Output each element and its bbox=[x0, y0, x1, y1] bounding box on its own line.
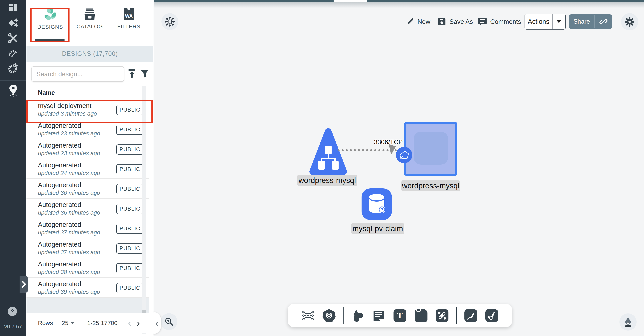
shapes-icon bbox=[352, 309, 364, 322]
comments-label: Comments bbox=[490, 18, 521, 25]
page-prev-button[interactable]: ‹ bbox=[127, 320, 132, 326]
designs-count-header: DESIGNS (17,700) bbox=[26, 46, 154, 62]
pagination-range: 1-25 17700 bbox=[87, 319, 118, 326]
design-updated: updated 23 minutes ago bbox=[38, 130, 100, 137]
sidebar-expand-button[interactable] bbox=[20, 276, 28, 293]
actions-button[interactable]: Actions bbox=[524, 14, 566, 30]
comment-icon bbox=[373, 310, 385, 321]
pencil-icon bbox=[406, 17, 414, 26]
shapes-tool[interactable] bbox=[351, 309, 365, 322]
canvas-settings-button[interactable] bbox=[621, 13, 638, 30]
actions-dropdown-button[interactable] bbox=[552, 20, 565, 23]
design-updated: updated 36 minutes ago bbox=[38, 209, 100, 216]
toolbar-divider bbox=[456, 307, 457, 324]
comment-tool[interactable] bbox=[372, 309, 386, 322]
new-design-button[interactable]: New bbox=[406, 15, 430, 29]
chain-icon bbox=[436, 309, 448, 322]
node-persistent-volume-claim[interactable]: ? bbox=[362, 188, 392, 220]
visibility-badge: PUBLIC bbox=[116, 263, 144, 273]
design-row[interactable]: Autogenerated updated 23 minutes ago PUB… bbox=[26, 119, 149, 139]
extensions-icon[interactable] bbox=[0, 63, 26, 74]
list-footer-spacer bbox=[26, 298, 149, 313]
visibility-badge: PUBLIC bbox=[116, 224, 144, 234]
note-tool[interactable] bbox=[414, 309, 428, 322]
design-name: mysql-deployment bbox=[38, 102, 92, 110]
visibility-badge: PUBLIC bbox=[116, 164, 144, 175]
filter-list-button[interactable] bbox=[139, 68, 150, 80]
node-kubernetes-service[interactable] bbox=[309, 128, 347, 178]
component-tool[interactable] bbox=[301, 309, 315, 322]
link-icon bbox=[600, 18, 608, 26]
page-next-button[interactable]: › bbox=[136, 320, 141, 326]
save-icon bbox=[438, 17, 446, 26]
design-canvas[interactable]: New Save As Comments Actions bbox=[154, 0, 644, 336]
design-row[interactable]: Autogenerated updated 36 minutes ago PUB… bbox=[26, 199, 149, 218]
node-label-pvc[interactable]: mysql-pv-claim bbox=[351, 223, 404, 234]
design-name: Autogenerated bbox=[38, 161, 81, 169]
share-button[interactable]: Share bbox=[569, 15, 612, 29]
design-mode-indicator[interactable] bbox=[620, 313, 636, 330]
new-label: New bbox=[418, 18, 430, 25]
tab-catalog[interactable]: CATALOG bbox=[73, 8, 107, 40]
lifecycle-gears-icon[interactable] bbox=[0, 18, 26, 28]
comments-button[interactable]: Comments bbox=[478, 15, 521, 29]
kanvas-pin-icon[interactable] bbox=[0, 84, 26, 97]
design-name: Autogenerated bbox=[38, 181, 81, 189]
tab-filters-label: FILTERS bbox=[117, 24, 140, 30]
catalog-drawer-icon bbox=[84, 8, 96, 21]
freehand-draw-tool[interactable] bbox=[485, 309, 499, 322]
edge-draw-tool[interactable] bbox=[464, 309, 478, 322]
help-icon[interactable]: ? bbox=[8, 307, 17, 316]
design-row[interactable]: Autogenerated updated 37 minutes ago PUB… bbox=[26, 218, 149, 238]
rows-per-page-value: 25 bbox=[62, 319, 68, 326]
panel-collapse-button[interactable]: ‹ bbox=[152, 312, 161, 334]
pen-nib-icon bbox=[624, 317, 632, 327]
design-updated: updated 37 minutes ago bbox=[38, 249, 100, 256]
save-as-button[interactable]: Save As bbox=[438, 15, 473, 29]
performance-gauge-icon[interactable] bbox=[0, 48, 26, 57]
configuration-wrenches-icon[interactable] bbox=[0, 33, 26, 44]
design-row[interactable]: mysql-deployment updated 3 minutes ago P… bbox=[26, 100, 149, 119]
copy-link-button[interactable] bbox=[595, 18, 612, 26]
design-updated: updated 24 minutes ago bbox=[38, 170, 100, 177]
rows-per-page-label: Rows bbox=[38, 319, 53, 326]
design-name: Autogenerated bbox=[38, 221, 81, 228]
tab-filters[interactable]: WA FILTERS bbox=[112, 8, 146, 40]
visibility-badge: PUBLIC bbox=[116, 125, 144, 135]
link-tool[interactable] bbox=[435, 309, 449, 322]
text-tool[interactable]: T bbox=[393, 309, 407, 322]
zoom-in-button[interactable] bbox=[160, 313, 178, 330]
edge-endpoint-badge[interactable] bbox=[396, 147, 412, 163]
search-input[interactable] bbox=[32, 70, 120, 78]
arrow-pen-icon bbox=[464, 309, 477, 322]
zoom-in-icon bbox=[164, 317, 174, 326]
save-as-label: Save As bbox=[450, 18, 473, 25]
design-row[interactable]: Autogenerated updated 38 minutes ago PUB… bbox=[26, 258, 149, 278]
kubernetes-tool[interactable] bbox=[322, 309, 336, 322]
node-kubernetes-deployment[interactable] bbox=[404, 122, 457, 176]
deployment-inner-shape bbox=[414, 132, 448, 164]
design-row[interactable]: Autogenerated updated 23 minutes ago PUB… bbox=[26, 139, 149, 159]
dashboard-icon[interactable] bbox=[0, 3, 26, 13]
design-updated: updated 37 minutes ago bbox=[38, 229, 100, 236]
upload-icon bbox=[127, 69, 136, 79]
visibility-badge: PUBLIC bbox=[116, 184, 144, 194]
design-updated: updated 39 minutes ago bbox=[38, 289, 100, 295]
design-row[interactable]: Autogenerated updated 39 minutes ago PUB… bbox=[26, 278, 149, 298]
upload-design-button[interactable] bbox=[126, 68, 138, 80]
pentagon-icon bbox=[399, 150, 409, 160]
tab-designs[interactable]: DESIGNS bbox=[33, 8, 67, 40]
node-label-service[interactable]: wordpress-mysql bbox=[297, 175, 357, 186]
wasm-filter-icon: WA bbox=[123, 8, 134, 21]
rows-per-page-select[interactable]: 25 bbox=[62, 319, 75, 326]
design-name: Autogenerated bbox=[38, 280, 81, 288]
node-label-deployment[interactable]: wordpress-mysql bbox=[401, 180, 460, 191]
visualize-cluster-button[interactable] bbox=[162, 13, 178, 30]
tab-designs-label: DESIGNS bbox=[37, 24, 63, 30]
design-row[interactable]: Autogenerated updated 37 minutes ago PUB… bbox=[26, 238, 149, 258]
design-row[interactable]: Autogenerated updated 24 minutes ago PUB… bbox=[26, 159, 149, 179]
share-label: Share bbox=[569, 18, 594, 25]
design-row[interactable]: Autogenerated updated 36 minutes ago PUB… bbox=[26, 179, 149, 199]
nav-divider bbox=[0, 80, 26, 81]
list-scrollbar[interactable] bbox=[142, 86, 146, 334]
